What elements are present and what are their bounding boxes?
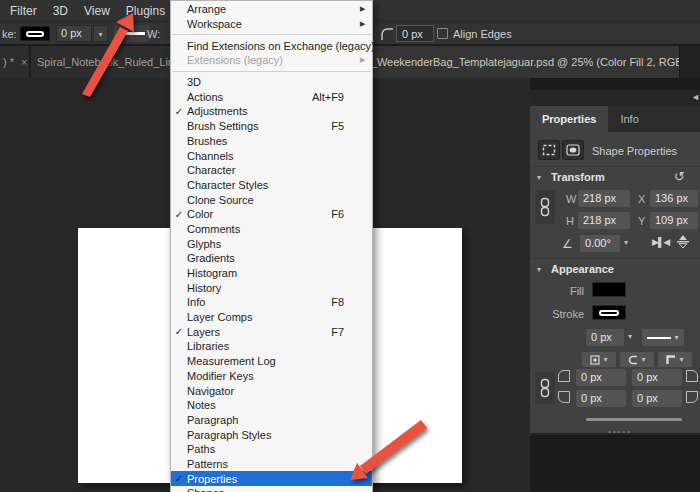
menu-item-gradients[interactable]: Gradients <box>171 251 372 266</box>
menu-item-label: Color <box>187 208 331 220</box>
document-tab-spiral-notebook[interactable]: Spiral_Notebook_Ruled_Line_T <box>31 46 173 78</box>
chevron-down-icon[interactable]: ▾ <box>537 265 541 274</box>
corner-radius-field[interactable]: 0 px <box>396 25 434 42</box>
panel-resize-grip[interactable]: ••••• <box>608 427 632 436</box>
menu-item-modifier-keys[interactable]: Modifier Keys <box>171 369 372 384</box>
flip-vertical-icon[interactable] <box>676 235 690 248</box>
chevron-down-icon[interactable]: ▾ <box>624 238 628 247</box>
radius-bottom-left-field[interactable]: 0 px <box>576 390 626 407</box>
flip-horizontal-icon[interactable]: ▶▌◀ <box>652 237 669 247</box>
menu-item-patterns[interactable]: Patterns <box>171 457 372 472</box>
radius-top-left-field[interactable]: 0 px <box>576 369 626 386</box>
menu-item-paragraph[interactable]: Paragraph <box>171 413 372 428</box>
menu-item-comments[interactable]: Comments <box>171 222 372 237</box>
rotation-angle-field[interactable]: 0.00° <box>580 235 620 252</box>
menu-item-shortcut: F5 <box>331 120 360 132</box>
shape-mask-button[interactable] <box>562 140 584 160</box>
radius-top-right-field[interactable]: 0 px <box>632 369 682 386</box>
stroke-type-dropdown[interactable]: ▾ <box>642 329 684 346</box>
width-field[interactable]: 218 px <box>578 190 630 207</box>
document-tab-weekender-bag[interactable]: WW_WeekenderBag_Templatejaguar.psd @ 25%… <box>340 46 680 78</box>
document-tab-partial[interactable]: ) *× <box>0 46 30 78</box>
reset-icon[interactable]: ↺ <box>674 169 685 184</box>
menu-item-libraries[interactable]: Libraries <box>171 339 372 354</box>
menu-item-arrange[interactable]: Arrange▶ <box>171 2 372 17</box>
x-label: X <box>638 193 645 205</box>
menu-item-character-styles[interactable]: Character Styles <box>171 178 372 193</box>
height-field[interactable]: 218 px <box>578 212 630 229</box>
fill-swatch[interactable] <box>592 282 626 297</box>
menu-item-history[interactable]: History <box>171 280 372 295</box>
menu-separator <box>172 34 371 35</box>
menu-item-info[interactable]: InfoF8 <box>171 295 372 310</box>
menu-item-notes[interactable]: Notes <box>171 398 372 413</box>
menu-item-label: Brushes <box>187 135 344 147</box>
tab-info[interactable]: Info <box>608 106 650 132</box>
menu-item-color[interactable]: ✓ColorF6 <box>171 207 372 222</box>
menu-item-label: Character <box>187 164 344 176</box>
radius-bottom-right-field[interactable]: 0 px <box>632 390 682 407</box>
stroke-swatch[interactable] <box>592 305 626 320</box>
menu-item-navigator[interactable]: Navigator <box>171 383 372 398</box>
tab-properties[interactable]: Properties <box>530 106 608 132</box>
menu-item-actions[interactable]: ActionsAlt+F9 <box>171 89 372 104</box>
menubar-item-filter[interactable]: Filter <box>2 1 45 21</box>
properties-panel: Shape Properties ▾ Transform ↺ W 218 px … <box>530 132 700 435</box>
menu-item-layer-comps[interactable]: Layer Comps <box>171 310 372 325</box>
menu-item-label: Layer Comps <box>187 311 344 323</box>
panel-collapse-icon[interactable]: ◄◄ <box>691 92 700 102</box>
stroke-width-field[interactable]: 0 px <box>56 25 92 42</box>
photoshop-window: ◄◄ Filter 3D View Plugins Window ke: 0 p… <box>0 0 700 492</box>
stroke-align-dropdown[interactable]: ▾ <box>582 352 616 367</box>
x-position-field[interactable]: 136 px <box>650 190 698 207</box>
transform-box-icon <box>542 144 556 156</box>
y-position-field[interactable]: 109 px <box>650 212 698 229</box>
chevron-down-icon[interactable]: ▾ <box>537 173 541 182</box>
menu-item-character[interactable]: Character <box>171 163 372 178</box>
stroke-width-field[interactable]: 0 px <box>586 329 624 346</box>
menu-item-paragraph-styles[interactable]: Paragraph Styles <box>171 427 372 442</box>
stroke-type-button[interactable] <box>114 25 150 42</box>
chevron-down-icon[interactable]: ▾ <box>628 332 632 341</box>
menu-item-extensions-legacy[interactable]: Extensions (legacy)▶ <box>171 53 372 68</box>
stroke-cap-dropdown[interactable]: ▾ <box>620 352 654 367</box>
menu-separator <box>172 71 371 72</box>
link-dimensions-button[interactable] <box>535 190 555 224</box>
menu-item-paths[interactable]: Paths <box>171 442 372 457</box>
window-menu: Arrange▶Workspace▶Find Extensions on Exc… <box>170 0 373 492</box>
menu-item-brushes[interactable]: Brushes <box>171 134 372 149</box>
align-edges-checkbox[interactable] <box>437 28 448 39</box>
menu-item-histogram[interactable]: Histogram <box>171 266 372 281</box>
menu-item-label: Modifier Keys <box>187 370 344 382</box>
stroke-corner-dropdown[interactable]: ▾ <box>658 352 692 367</box>
menu-item-label: Find Extensions on Exchange (legacy)... <box>187 40 384 52</box>
stroke-swatch-button[interactable] <box>20 26 50 41</box>
menu-item-workspace[interactable]: Workspace▶ <box>171 17 372 32</box>
menu-item-label: Libraries <box>187 340 344 352</box>
menu-item-3d[interactable]: 3D <box>171 75 372 90</box>
menubar-item-view[interactable]: View <box>76 1 118 21</box>
menu-item-brush-settings[interactable]: Brush SettingsF5 <box>171 119 372 134</box>
chevron-down-icon: ▾ <box>679 355 683 364</box>
transform-section-title: Transform <box>551 171 605 183</box>
tab-label: WW_WeekenderBag_Templatejaguar.psd @ 25%… <box>350 56 680 68</box>
menu-item-adjustments[interactable]: ✓Adjustments <box>171 104 372 119</box>
menu-item-channels[interactable]: Channels <box>171 148 372 163</box>
menu-item-glyphs[interactable]: Glyphs <box>171 236 372 251</box>
menubar-item-3d[interactable]: 3D <box>45 1 76 21</box>
menu-item-find-extensions-on-exchange-legacy[interactable]: Find Extensions on Exchange (legacy)... <box>171 38 372 53</box>
appearance-section-title: Appearance <box>551 263 614 275</box>
chevron-down-icon[interactable]: ▾ <box>93 25 108 42</box>
menu-item-measurement-log[interactable]: Measurement Log <box>171 354 372 369</box>
menu-item-shapes[interactable]: Shapes <box>171 486 372 492</box>
menu-item-label: Navigator <box>187 385 344 397</box>
link-radii-button[interactable] <box>535 372 555 404</box>
menubar-item-plugins[interactable]: Plugins <box>118 1 173 21</box>
menu-item-label: Arrange <box>187 3 344 15</box>
w-label: W <box>566 193 576 205</box>
menu-item-clone-source[interactable]: Clone Source <box>171 192 372 207</box>
transform-box-button[interactable] <box>538 140 560 160</box>
menu-item-layers[interactable]: ✓LayersF7 <box>171 324 372 339</box>
close-icon[interactable]: × <box>14 56 27 68</box>
menu-item-properties[interactable]: ✓Properties <box>171 471 372 486</box>
